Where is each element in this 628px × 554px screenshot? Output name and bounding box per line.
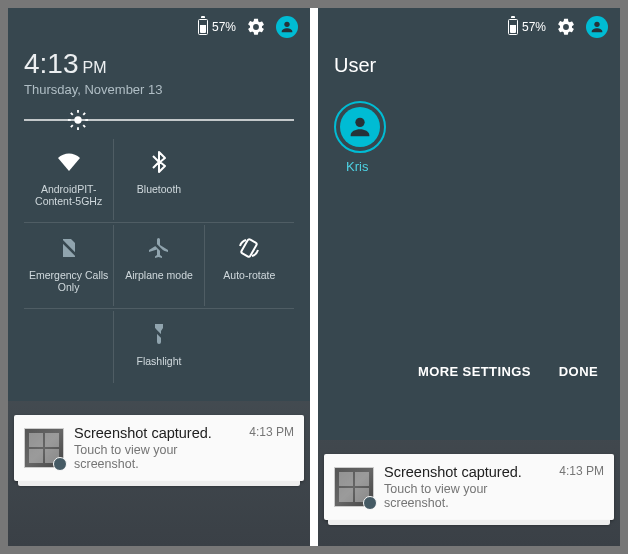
clock-date: Thursday, November 13 [24,82,294,97]
notification-badge-icon [53,457,67,471]
autorotate-icon [237,235,261,261]
notification-card[interactable]: Screenshot captured. Touch to view your … [324,454,614,520]
sim-off-icon [57,235,81,261]
screen-quick-settings: 57% 4:13 PM Thursday, November 13 [8,8,310,546]
user-panel: 57% User Kris [318,8,620,440]
svg-line-9 [83,113,85,115]
user-panel-title: User [318,44,620,95]
airplane-icon [147,235,171,261]
svg-line-7 [83,125,85,127]
status-bar: 57% [8,8,310,44]
tile-bluetooth-label: Bluetooth [137,183,181,196]
person-icon [340,107,380,147]
battery-icon [508,19,518,35]
wifi-icon [57,149,81,175]
tile-flashlight-label: Flashlight [137,355,182,368]
tile-wifi[interactable]: AndroidPIT-Content-5GHz [24,139,113,220]
battery-percent: 57% [522,20,546,34]
datetime-block: 4:13 PM Thursday, November 13 [8,44,310,111]
notification-time: 4:13 PM [559,464,604,478]
brightness-icon[interactable] [67,109,89,131]
svg-line-8 [71,125,73,127]
notification-title: Screenshot captured. [74,425,239,441]
quick-settings-panel: 57% 4:13 PM Thursday, November 13 [8,8,310,401]
notification-thumbnail [334,467,374,507]
user-avatar-icon[interactable] [276,16,298,38]
tile-airplane-label: Airplane mode [125,269,193,282]
svg-point-0 [284,22,289,27]
user-item-name: Kris [346,159,368,174]
screen-user-switcher: 57% User Kris [318,8,620,546]
tile-autorotate-label: Auto-rotate [223,269,275,282]
notification-time: 4:13 PM [249,425,294,439]
tile-bluetooth[interactable]: Bluetooth [113,139,203,220]
notification-subtitle: Touch to view your screenshot. [74,443,239,471]
notification-title: Screenshot captured. [384,464,549,480]
svg-point-1 [74,116,81,123]
tile-autorotate[interactable]: Auto-rotate [204,225,294,306]
notification-card[interactable]: Screenshot captured. Touch to view your … [14,415,304,481]
notification-stack-hint [18,481,300,486]
notification-subtitle: Touch to view your screenshot. [384,482,549,510]
user-avatar-ring [334,101,386,153]
status-bar: 57% [318,8,620,44]
svg-point-15 [355,118,364,127]
flashlight-icon [147,321,171,347]
battery-percent: 57% [212,20,236,34]
tile-airplane[interactable]: Airplane mode [113,225,203,306]
user-panel-body: Kris MORE SETTINGS DONE [318,95,620,395]
settings-icon[interactable] [246,17,266,37]
brightness-slider[interactable] [24,119,294,121]
battery-indicator: 57% [508,19,546,35]
user-actions: MORE SETTINGS DONE [334,350,604,395]
more-settings-button[interactable]: MORE SETTINGS [418,364,531,379]
notification-thumbnail [24,428,64,468]
svg-line-6 [71,113,73,115]
done-button[interactable]: DONE [559,364,598,379]
clock-ampm: PM [83,59,107,77]
battery-indicator: 57% [198,19,236,35]
notification-badge-icon [363,496,377,510]
tile-flashlight[interactable]: Flashlight [113,311,203,383]
battery-icon [198,19,208,35]
notification-stack-hint [328,520,610,525]
bluetooth-icon [147,149,171,175]
quick-settings-body: AndroidPIT-Content-5GHz Bluetooth Emerge… [8,119,310,401]
tile-cellular[interactable]: Emergency Calls Only [24,225,113,306]
clock-time: 4:13 [24,48,79,80]
tile-wifi-label: AndroidPIT-Content-5GHz [26,183,111,208]
user-item-kris[interactable]: Kris [334,101,414,174]
settings-icon[interactable] [556,17,576,37]
tile-cellular-label: Emergency Calls Only [26,269,111,294]
user-avatar-icon[interactable] [586,16,608,38]
svg-point-14 [594,22,599,27]
